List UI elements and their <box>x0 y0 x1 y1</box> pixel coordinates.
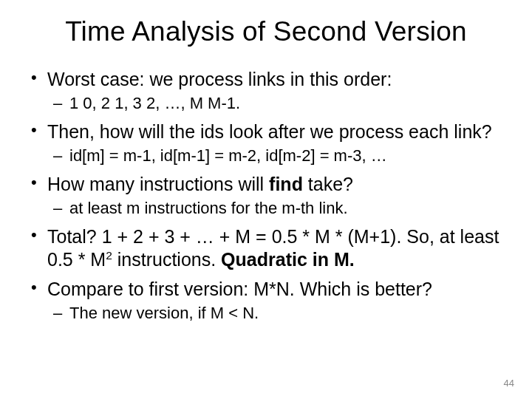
bullet-4-bold: Quadratic in M. <box>221 249 355 270</box>
bullet-3-bold: find <box>269 174 303 194</box>
bullet-3a: at least m instructions for the m-th lin… <box>27 198 511 219</box>
bullet-2a: id[m] = m-1, id[m-1] = m-2, id[m-2] = m-… <box>27 146 511 166</box>
bullet-1: Worst case: we process links in this ord… <box>27 68 511 91</box>
bullet-3-text-pre: How many instructions will <box>47 174 269 194</box>
bullet-1a: 1 0, 2 1, 3 2, …, M M-1. <box>27 93 511 114</box>
bullet-3-text-post: take? <box>303 174 353 194</box>
slide-body: Worst case: we process links in this ord… <box>0 68 532 323</box>
bullet-4: Total? 1 + 2 + 3 + … + M = 0.5 * M * (M+… <box>27 225 511 270</box>
bullet-2: Then, how will the ids look after we pro… <box>27 120 511 143</box>
bullet-5: Compare to first version: M*N. Which is … <box>27 278 511 301</box>
page-number: 44 <box>504 378 514 389</box>
slide-title: Time Analysis of Second Version <box>0 0 532 61</box>
bullet-3: How many instructions will find take? <box>27 173 511 196</box>
bullet-5a: The new version, if M < N. <box>27 303 511 324</box>
bullet-4-sup: 2 <box>106 248 112 261</box>
bullet-4-text-mid: instructions. <box>112 249 221 270</box>
